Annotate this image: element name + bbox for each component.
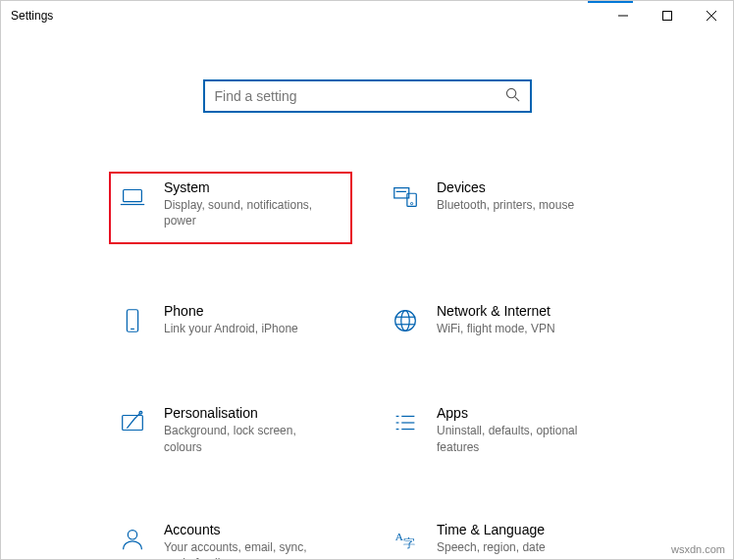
language-icon: A字 — [388, 522, 423, 557]
watermark: wsxdn.com — [671, 543, 725, 555]
tile-subtitle: Uninstall, defaults, optional features — [437, 423, 603, 454]
tile-subtitle: Display, sound, notifications, power — [164, 197, 331, 229]
svg-line-5 — [514, 96, 518, 100]
tile-apps[interactable]: Apps Uninstall, defaults, optional featu… — [382, 397, 625, 462]
svg-point-11 — [410, 202, 412, 204]
svg-point-26 — [128, 530, 136, 538]
close-button[interactable] — [689, 1, 733, 30]
tile-network[interactable]: Network & Internet WiFi, flight mode, VP… — [382, 295, 625, 346]
list-icon — [388, 405, 423, 440]
tile-subtitle: Bluetooth, printers, mouse — [437, 197, 574, 213]
tile-subtitle: Your accounts, email, sync, work, family — [164, 539, 331, 560]
tile-accounts[interactable]: Accounts Your accounts, email, sync, wor… — [109, 514, 352, 560]
svg-rect-6 — [124, 190, 142, 202]
person-icon — [115, 522, 150, 557]
tile-title: Phone — [164, 303, 298, 319]
svg-rect-18 — [123, 416, 143, 431]
paintbrush-icon — [115, 405, 150, 440]
search-box[interactable] — [203, 79, 532, 113]
tile-personalisation[interactable]: Personalisation Background, lock screen,… — [109, 397, 352, 462]
search-input[interactable] — [215, 88, 505, 104]
tile-subtitle: Background, lock screen, colours — [164, 423, 331, 454]
tile-subtitle: Link your Android, iPhone — [164, 321, 298, 336]
window-title: Settings — [11, 9, 53, 23]
tile-subtitle: Speech, region, date — [437, 539, 546, 555]
tile-title: Devices — [437, 179, 574, 195]
tile-title: Network & Internet — [437, 303, 555, 319]
accent-strip — [588, 1, 633, 3]
tile-subtitle: WiFi, flight mode, VPN — [437, 321, 555, 336]
svg-point-14 — [395, 311, 416, 331]
laptop-icon — [115, 179, 150, 215]
svg-point-15 — [401, 311, 409, 331]
settings-grid: System Display, sound, notifications, po… — [40, 172, 694, 560]
tile-time[interactable]: A字 Time & Language Speech, region, date — [382, 514, 625, 560]
search-icon — [505, 87, 520, 106]
titlebar: Settings — [1, 1, 733, 30]
svg-text:字: 字 — [403, 536, 415, 550]
minimize-icon — [618, 11, 628, 21]
tile-title: Apps — [437, 405, 603, 421]
tile-title: Personalisation — [164, 405, 331, 421]
svg-point-4 — [506, 88, 515, 97]
content-area: System Display, sound, notifications, po… — [1, 30, 733, 560]
phone-icon — [115, 303, 150, 338]
tile-title: Time & Language — [437, 522, 546, 537]
devices-icon — [388, 179, 423, 215]
tile-phone[interactable]: Phone Link your Android, iPhone — [109, 295, 352, 346]
tile-title: System — [164, 179, 331, 195]
globe-icon — [388, 303, 423, 338]
tile-title: Accounts — [164, 522, 331, 537]
search-container — [40, 79, 694, 113]
maximize-button[interactable] — [645, 1, 689, 30]
tile-system[interactable]: System Display, sound, notifications, po… — [109, 172, 352, 244]
tile-devices[interactable]: Devices Bluetooth, printers, mouse — [382, 172, 625, 244]
svg-rect-1 — [662, 12, 671, 21]
window-controls — [601, 1, 733, 30]
close-icon — [707, 11, 716, 21]
minimize-button[interactable] — [601, 1, 645, 30]
maximize-icon — [662, 11, 672, 21]
